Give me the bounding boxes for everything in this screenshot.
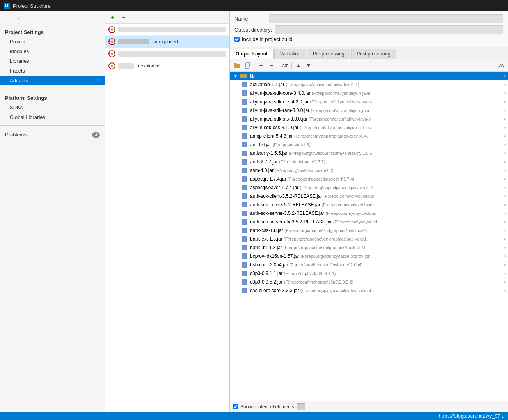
jar-icon-9: j	[242, 159, 247, 165]
artifact-item-2[interactable]: ar exploded	[105, 36, 229, 48]
tree-row-1[interactable]: j aliyun-java-sdk-core-3.4.0.jar (F:\rep…	[230, 89, 508, 97]
jar-icon-11: j	[242, 176, 247, 182]
output-dir-value[interactable]	[275, 25, 503, 34]
artifact-list: ar exploded	[105, 24, 229, 412]
artifact-item-3[interactable]	[105, 48, 229, 60]
right-panel: Name: Output directory: Include in proje…	[230, 11, 508, 412]
name-value[interactable]	[269, 14, 503, 23]
sidebar-item-sdks[interactable]: SDKs	[0, 103, 105, 112]
tree-row-4[interactable]: j aliyun-java-sdk-sts-3.0.0.jar (F:\repo…	[230, 115, 508, 123]
main-content: ← → Project Settings Project Modules Lib…	[0, 11, 508, 412]
add-artifact-button[interactable]: +	[108, 13, 117, 22]
tree-row-7[interactable]: j ant-1.6.jar (F:\repo\ant\ant\1.6) >	[230, 140, 508, 149]
output-dir-field-row: Output directory:	[234, 25, 503, 34]
copy-file-button[interactable]	[243, 61, 252, 70]
jar-name-19: batik-util-1.8.jar (F:\repo\org\apache\x…	[250, 245, 502, 250]
tree-lib-folder[interactable]: ▼ lib >	[230, 72, 508, 80]
title-bar: IJ Project Structure	[0, 0, 508, 11]
svg-point-5	[111, 41, 113, 43]
jar-name-9: antlr-2.7.7.jar (F:\repo\antlr\antlr\2.7…	[250, 159, 502, 165]
sidebar-item-artifacts[interactable]: Artifacts	[0, 76, 105, 85]
tree-row-20[interactable]: j bcprov-jdk15on-1.57.jar (F:\repo\org\b…	[230, 252, 508, 261]
tree-row-24[interactable]: j cas-client-core-3.3.3.jar (F:\repo\org…	[230, 286, 508, 295]
tree-row-13[interactable]: j auth-sdk-client-3.5.2-RELEASE.jar (F:\…	[230, 192, 508, 200]
forward-button[interactable]: →	[14, 15, 21, 22]
sidebar-item-modules[interactable]: Modules	[0, 46, 105, 56]
sidebar-item-libraries[interactable]: Libraries	[0, 56, 105, 66]
tree-row-11[interactable]: j aspectjrt-1.7.4.jar (F:\repo\org\aspec…	[230, 175, 508, 183]
project-structure-window: IJ Project Structure ← → Project Setting…	[0, 0, 508, 420]
tree-row-3[interactable]: j aliyun-java-sdk-ram-3.0.0.jar (F:\repo…	[230, 106, 508, 115]
remove-artifact-button[interactable]: −	[119, 13, 128, 22]
tree-row-2[interactable]: j aliyun-java-sdk-ecs-4.2.0.jar (F:\repo…	[230, 97, 508, 106]
jar-icon-6: j	[242, 133, 247, 139]
svg-point-9	[111, 53, 113, 55]
tab-post-processing[interactable]: Post-processing	[351, 49, 396, 59]
tree-row-0[interactable]: j activation-1.1.jar (F:\repo\javax\acti…	[230, 80, 508, 89]
tree-row-15[interactable]: j auth-sdk-server-3.5.2-RELEASE.jar (F:\…	[230, 209, 508, 218]
output-toolbar: + − a z ▲ ▼ Av	[230, 59, 508, 72]
problems-label: Problems	[5, 132, 27, 138]
tree-row-5[interactable]: j aliyun-sdk-oss-3.1.0.jar (F:\repo\com\…	[230, 123, 508, 132]
jar-icon-18: j	[242, 236, 247, 242]
jar-name-6: amqp-client-5.4.3.jar (F:\repo\com\rabbi…	[250, 133, 502, 139]
artifact-item-4[interactable]: r exploded	[105, 60, 229, 72]
move-up-button[interactable]: ▲	[294, 61, 303, 70]
include-label[interactable]: Include in project build	[242, 36, 292, 42]
toolbar-separator-3	[291, 62, 292, 69]
tree-row-19[interactable]: j batik-util-1.8.jar (F:\repo\org\apache…	[230, 243, 508, 252]
move-down-button[interactable]: ▼	[304, 61, 313, 70]
jar-name-4: aliyun-java-sdk-sts-3.0.0.jar (F:\repo\c…	[250, 116, 502, 122]
tree-row-6[interactable]: j amqp-client-5.4.3.jar (F:\repo\com\rab…	[230, 132, 508, 140]
artifacts-panel: + −	[105, 11, 230, 412]
tree-row-8[interactable]: j antisamy-1.5.5.jar (F:\repo\org\owasp\…	[230, 149, 508, 158]
sidebar: ← → Project Settings Project Modules Lib…	[0, 11, 105, 412]
tree-row-10[interactable]: j asm-4.0.jar (F:\repo\org\ow2\asm\asm\4…	[230, 166, 508, 175]
sort-button[interactable]: a z	[281, 61, 289, 70]
jar-icon-23: j	[242, 279, 247, 285]
tree-row-12[interactable]: j aspectjweaver-1.7.4.jar (F:\repo\org\a…	[230, 183, 508, 192]
tree-row-14[interactable]: j auth-sdk-core-3.5.2-RELEASE.jar (F:\re…	[230, 200, 508, 209]
open-folder-button[interactable]	[233, 61, 242, 70]
show-content-label[interactable]: Show content of elements	[240, 404, 294, 409]
project-settings-header: Project Settings	[0, 26, 105, 37]
jar-name-7: ant-1.6.jar (F:\repo\ant\ant\1.6)	[250, 142, 502, 147]
tab-output-layout[interactable]: Output Layout	[230, 49, 274, 59]
problems-row[interactable]: Problems 4	[0, 129, 105, 141]
nav-arrows: ← →	[0, 11, 105, 26]
jar-name-3: aliyun-java-sdk-ram-3.0.0.jar (F:\repo\c…	[250, 108, 502, 113]
output-dir-label: Output directory:	[234, 27, 272, 33]
tab-pre-processing[interactable]: Pre-processing	[307, 49, 350, 59]
tree-row-9[interactable]: j antlr-2.7.7.jar (F:\repo\antlr\antlr\2…	[230, 158, 508, 166]
sidebar-item-project[interactable]: Project	[0, 37, 105, 46]
remove-output-button[interactable]: −	[267, 61, 275, 70]
status-bar: https://blog.csdn.net/wy_97...	[0, 412, 508, 420]
jar-icon-12: j	[242, 185, 247, 190]
add-output-button[interactable]: +	[257, 61, 265, 70]
include-checkbox-row: Include in project build	[234, 36, 503, 42]
sidebar-item-global-libraries[interactable]: Global Libraries	[0, 112, 105, 122]
tab-validation[interactable]: Validation	[274, 49, 306, 59]
tree-row-22[interactable]: j c3p0-0.9.1.1.jar (F:\repo\c3p0\c3p0\0.…	[230, 269, 508, 278]
artifact-item-1[interactable]	[105, 24, 229, 36]
show-content-button[interactable]: ...	[297, 403, 305, 410]
tree-row-17[interactable]: j batik-css-1.8.jar (F:\repo\org\apache\…	[230, 226, 508, 235]
name-label: Name:	[234, 16, 266, 22]
jar-name-24: cas-client-core-3.3.3.jar (F:\repo\org\j…	[250, 288, 502, 293]
lib-arrow-icon: ▼	[233, 73, 238, 79]
status-text: https://blog.csdn.net/wy_97...	[439, 413, 504, 419]
artifact-suffix-2: ar exploded	[153, 39, 178, 44]
jar-icon-17: j	[242, 228, 247, 233]
tree-row-21[interactable]: j bsh-core-2.0b4.jar (F:\repo\org\beansh…	[230, 261, 508, 269]
artifact-icon-3	[108, 50, 116, 58]
sidebar-item-facets[interactable]: Facets	[0, 66, 105, 76]
include-checkbox[interactable]	[234, 37, 240, 42]
show-content-checkbox[interactable]	[233, 404, 238, 409]
toolbar-separator-1	[254, 62, 254, 69]
tree-row-16[interactable]: j auth-sdk-server-ctx-3.5.2-RELEASE.jar …	[230, 218, 508, 226]
jar-icon-13: j	[242, 193, 247, 199]
artifact-name-1	[118, 27, 226, 32]
tree-row-18[interactable]: j batik-ext-1.8.jar (F:\repo\org\apache\…	[230, 235, 508, 243]
tree-row-23[interactable]: j c3p0-0.9.5.2.jar (F:\repo\com\mchange\…	[230, 278, 508, 286]
back-button[interactable]: ←	[5, 15, 11, 22]
